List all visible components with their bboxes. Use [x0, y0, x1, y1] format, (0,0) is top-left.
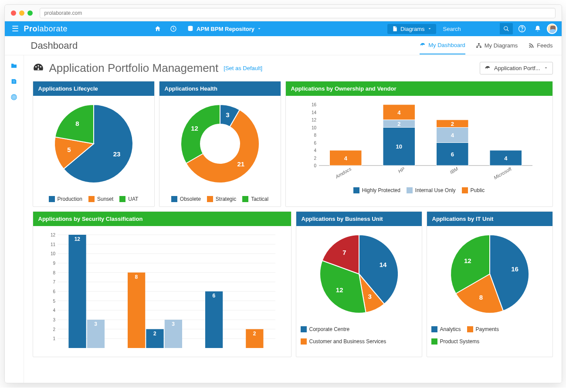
- chevron-down-icon: [544, 66, 548, 70]
- svg-text:14: 14: [311, 110, 316, 115]
- chart-itunit[interactable]: 16812: [437, 230, 542, 322]
- svg-text:0: 0: [314, 163, 316, 168]
- svg-text:21: 21: [237, 160, 244, 168]
- svg-text:12: 12: [74, 236, 80, 242]
- legend-item[interactable]: Public: [462, 187, 485, 193]
- legend-item[interactable]: Highly Protected: [353, 187, 400, 193]
- svg-text:6: 6: [314, 141, 316, 145]
- svg-rect-7: [480, 46, 481, 47]
- svg-text:6: 6: [53, 289, 55, 294]
- svg-text:12: 12: [50, 233, 55, 237]
- panel-header: Applications Lifecycle: [33, 81, 154, 96]
- url-bar[interactable]: prolaborate.com: [40, 8, 556, 18]
- diagrams-button[interactable]: Diagrams: [387, 24, 436, 34]
- svg-text:5: 5: [67, 146, 71, 153]
- close-icon[interactable]: [11, 10, 16, 16]
- sidebar-folder-icon[interactable]: [6, 59, 22, 73]
- legend-item[interactable]: Product Systems: [431, 338, 480, 345]
- legend-item[interactable]: Corporate Centre: [301, 326, 350, 332]
- chevron-down-icon: [257, 27, 261, 31]
- browser-chrome: prolaborate.com: [5, 5, 562, 21]
- tab-feeds[interactable]: Feeds: [528, 37, 552, 54]
- subbar: Dashboard My Dashboard My Diagrams Feeds: [5, 36, 562, 55]
- profile-label: Application Portf...: [494, 65, 540, 71]
- tab-label: Feeds: [537, 42, 552, 49]
- legend-item[interactable]: Sunset: [88, 196, 113, 202]
- clock-icon[interactable]: [167, 22, 180, 35]
- file-icon: [392, 26, 398, 32]
- legend-item[interactable]: Analytics: [431, 326, 461, 332]
- svg-point-2: [504, 27, 507, 30]
- maximize-icon[interactable]: [27, 10, 33, 16]
- minimize-icon[interactable]: [19, 10, 24, 16]
- profile-selector[interactable]: Application Portf...: [480, 62, 553, 74]
- legend-item[interactable]: Strategic: [207, 196, 236, 202]
- svg-text:10: 10: [311, 125, 316, 130]
- svg-text:7: 7: [53, 280, 55, 284]
- svg-text:8: 8: [53, 270, 55, 275]
- tab-my-diagrams[interactable]: My Diagrams: [476, 37, 518, 54]
- legend-lifecycle: ProductionSunsetUAT: [49, 196, 139, 202]
- content-area: Application Portfolio Management [Set as…: [24, 55, 562, 383]
- legend-swatch: [49, 196, 55, 202]
- legend-swatch: [353, 187, 359, 193]
- svg-text:3: 3: [368, 293, 371, 300]
- content-heading: Application Portfolio Management [Set as…: [33, 61, 553, 75]
- legend-item[interactable]: UAT: [119, 196, 138, 202]
- legend-label: UAT: [128, 196, 138, 202]
- legend-label: Payments: [476, 326, 499, 332]
- legend-label: Analytics: [440, 326, 461, 332]
- search-button[interactable]: [500, 23, 513, 34]
- topbar: ☰ Prolaborate APM BPM Repository Diagram…: [5, 21, 562, 36]
- legend-swatch: [242, 196, 248, 202]
- panel-header: Applications by IT Unit: [427, 212, 552, 226]
- chevron-down-icon: [427, 27, 432, 31]
- legend-label: Internal Use Only: [415, 187, 456, 193]
- legend-swatch: [407, 187, 413, 193]
- chart-ownership[interactable]: 02468101214164Amdocs1024HP642IBM4Microso…: [302, 100, 537, 183]
- legend-label: Tactical: [251, 196, 268, 202]
- svg-text:3: 3: [53, 318, 55, 322]
- sidebar-target-icon[interactable]: [6, 90, 22, 104]
- svg-rect-76: [128, 273, 145, 348]
- traffic-lights: [11, 10, 33, 16]
- legend-item[interactable]: Tactical: [242, 196, 268, 202]
- legend-swatch: [431, 326, 437, 332]
- diagrams-label: Diagrams: [400, 26, 425, 32]
- svg-text:3: 3: [94, 321, 97, 327]
- svg-rect-72: [68, 235, 86, 348]
- chart-lifecycle[interactable]: 2358: [46, 100, 142, 192]
- help-icon[interactable]: [515, 22, 529, 35]
- legend-swatch: [462, 187, 468, 193]
- svg-text:1: 1: [53, 336, 55, 341]
- url-text: prolaborate.com: [44, 10, 82, 16]
- search-input[interactable]: [439, 23, 500, 34]
- avatar[interactable]: [547, 24, 557, 34]
- svg-text:6: 6: [212, 293, 215, 299]
- svg-text:4: 4: [397, 109, 401, 116]
- svg-text:8: 8: [75, 120, 79, 127]
- legend-item[interactable]: Internal Use Only: [407, 187, 456, 193]
- legend-item[interactable]: Production: [49, 196, 82, 202]
- legend-item[interactable]: Obsolete: [171, 196, 201, 202]
- tab-my-dashboard[interactable]: My Dashboard: [420, 37, 465, 54]
- legend-item[interactable]: Payments: [467, 326, 499, 332]
- sidebar-reviews-icon[interactable]: [6, 74, 22, 88]
- svg-text:8: 8: [314, 133, 316, 138]
- chart-health[interactable]: 32112: [172, 100, 268, 192]
- hamburger-icon[interactable]: ☰: [9, 24, 21, 34]
- chart-security[interactable]: 12345678910111212382362: [44, 230, 280, 352]
- legend-bizunit: Corporate CentreCustomer and Business Se…: [301, 326, 417, 345]
- home-icon[interactable]: [151, 22, 164, 35]
- brand-logo[interactable]: Prolaborate: [24, 24, 68, 34]
- legend-swatch: [207, 196, 213, 202]
- panel-health: Applications Health 32112 ObsoleteStrate…: [159, 81, 281, 207]
- database-icon: [187, 25, 194, 32]
- legend-swatch: [431, 338, 437, 345]
- bell-icon[interactable]: [531, 22, 544, 35]
- chart-bizunit[interactable]: 143127: [307, 230, 411, 322]
- legend-item[interactable]: Customer and Business Services: [301, 338, 386, 345]
- repository-selector[interactable]: APM BPM Repository: [183, 24, 266, 34]
- set-default-link[interactable]: [Set as Default]: [224, 65, 262, 71]
- sitemap-icon: [476, 43, 482, 49]
